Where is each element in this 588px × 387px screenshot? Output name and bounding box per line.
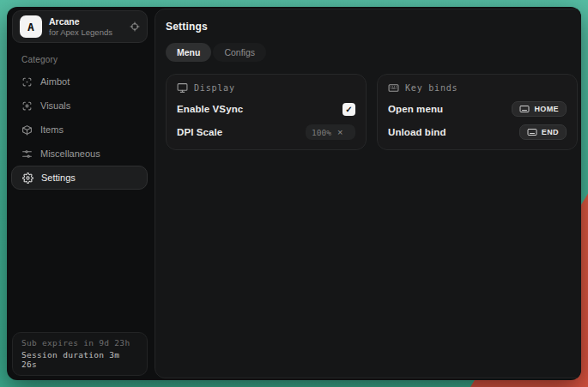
dpi-scale-input[interactable]: 100% × [306,124,355,140]
keybinds-card: Key binds Open menu HOME Unload bin [377,74,578,150]
subscription-info-box: Sub expires in 9d 23h Session duration 3… [12,332,148,376]
sliders-icon [21,148,33,160]
brand-header: A Arcane for Apex Legends [12,10,148,43]
keyboard-icon [519,105,530,113]
vsync-checkbox[interactable]: ✓ [342,103,355,116]
app-logo: A [20,15,42,38]
keybinds-card-header: Key binds [388,82,567,94]
dpi-scale-label: DPI Scale [177,127,222,137]
unload-bind-label: Unload bind [388,127,446,137]
sidebar-item-label: Aimbot [40,76,70,87]
brand-text: Arcane for Apex Legends [49,16,123,38]
open-menu-keybind-button[interactable]: HOME [512,101,567,117]
unload-key: END [542,128,559,136]
gear-icon [22,172,33,184]
sidebar-item-label: Miscellaneous [40,148,100,159]
clear-icon[interactable]: × [337,128,342,137]
sub-expiry-text: Sub expires in 9d 23h [21,338,138,348]
crosshair-scan-icon [21,76,33,88]
vsync-label: Enable VSync [177,104,243,114]
sidebar-item-miscellaneous[interactable]: Miscellaneous [7,142,155,166]
category-label: Category [21,55,155,64]
unload-keybind-button[interactable]: END [519,124,567,140]
eye-scan-icon [21,100,33,112]
session-duration-text: Session duration 3m 26s [21,350,138,369]
display-card-header: Display [177,82,355,94]
keybinds-card-title: Key binds [405,83,458,93]
sidebar-nav: Aimbot Visuals [7,70,155,190]
arcane-overlay-window: A Arcane for Apex Legends Category [7,7,581,380]
display-card: Display Enable VSync ✓ DPI Scale 100% × [166,74,367,150]
app-subtitle: for Apex Legends [49,27,123,38]
sidebar-item-label: Visuals [40,100,70,111]
sidebar-item-visuals[interactable]: Visuals [7,94,155,118]
crosshair-status-icon[interactable] [130,21,140,32]
box-icon [21,124,33,136]
sidebar-item-aimbot[interactable]: Aimbot [7,70,155,94]
main-panel: Settings Menu Configs Display [155,9,581,378]
tab-configs[interactable]: Configs [213,43,266,62]
sidebar: A Arcane for Apex Legends Category [7,7,155,380]
sidebar-item-items[interactable]: Items [7,118,155,142]
app-name: Arcane [49,16,123,27]
sidebar-item-label: Settings [41,172,76,183]
keyboard-icon [527,128,537,136]
display-card-title: Display [194,83,235,93]
page-title: Settings [166,21,578,33]
keyboard-icon [388,82,399,94]
monitor-icon [177,82,188,94]
unload-bind-row: Unload bind END [388,124,567,140]
dpi-scale-row: DPI Scale 100% × [177,124,355,140]
dpi-scale-value: 100% [312,128,331,137]
vsync-row: Enable VSync ✓ [177,101,355,117]
tab-menu[interactable]: Menu [166,43,211,62]
open-menu-row: Open menu HOME [388,101,567,117]
open-menu-key: HOME [534,105,559,113]
tab-bar: Menu Configs [166,43,578,62]
settings-cards-row: Display Enable VSync ✓ DPI Scale 100% × [166,74,578,150]
sidebar-item-settings[interactable]: Settings [11,166,148,190]
open-menu-label: Open menu [388,104,443,114]
sidebar-item-label: Items [40,124,64,135]
